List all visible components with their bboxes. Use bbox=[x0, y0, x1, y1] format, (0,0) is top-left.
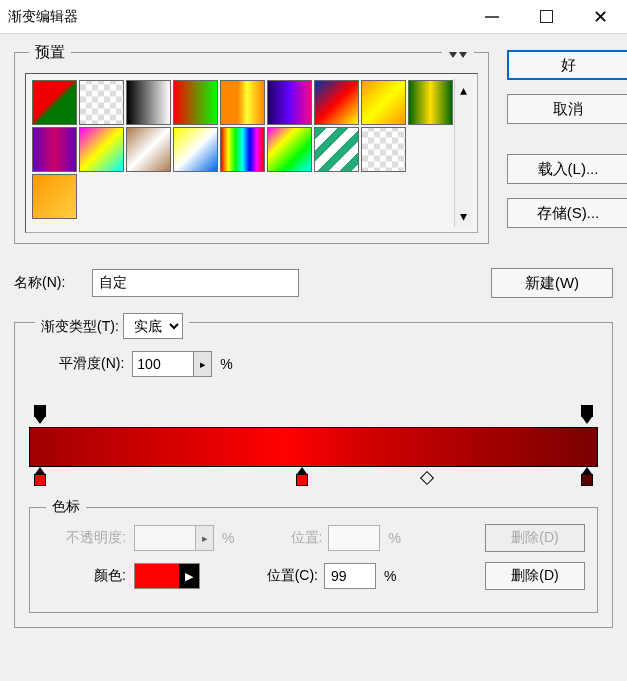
titlebar: 渐变编辑器 ✕ bbox=[0, 0, 627, 34]
preset-swatch[interactable] bbox=[79, 80, 124, 125]
percent-sign: % bbox=[222, 530, 234, 546]
smoothness-stepper[interactable]: ▸ bbox=[193, 352, 211, 376]
preset-swatch[interactable] bbox=[267, 80, 312, 125]
gradient-type-label: 渐变类型(T): bbox=[41, 318, 119, 334]
preset-swatch[interactable] bbox=[408, 80, 453, 125]
color-stop-selected[interactable] bbox=[579, 467, 595, 489]
color-label: 颜色: bbox=[42, 567, 126, 585]
preset-flyout-button[interactable] bbox=[442, 49, 474, 65]
preset-swatch[interactable] bbox=[314, 127, 359, 172]
percent-sign: % bbox=[220, 356, 232, 372]
scroll-down-button[interactable]: ▾ bbox=[455, 205, 472, 227]
preset-group: 预置 bbox=[14, 52, 489, 244]
smoothness-input[interactable] bbox=[133, 352, 193, 376]
opacity-label: 不透明度: bbox=[42, 529, 126, 547]
stops-legend: 色标 bbox=[46, 498, 86, 516]
opacity-pos-label: 位置: bbox=[274, 529, 322, 547]
preset-swatch[interactable] bbox=[32, 174, 77, 219]
name-label: 名称(N): bbox=[14, 274, 92, 292]
smoothness-label: 平滑度(N): bbox=[59, 355, 124, 373]
ok-button[interactable]: 好 bbox=[507, 50, 627, 80]
preset-list: ▴ ▾ bbox=[25, 73, 478, 233]
percent-sign: % bbox=[388, 530, 400, 546]
preset-swatch[interactable] bbox=[126, 80, 171, 125]
preset-swatch[interactable] bbox=[361, 127, 406, 172]
color-swatch-button[interactable]: ▶ bbox=[134, 563, 200, 589]
opacity-input bbox=[135, 526, 195, 550]
opacity-delete-button: 删除(D) bbox=[485, 524, 585, 552]
opacity-stop[interactable] bbox=[579, 405, 595, 427]
gradient-type-row: 渐变类型(T): 实底 bbox=[35, 313, 189, 339]
close-button[interactable]: ✕ bbox=[573, 0, 627, 34]
name-input[interactable] bbox=[92, 269, 299, 297]
preset-swatch[interactable] bbox=[314, 80, 359, 125]
color-stop[interactable] bbox=[32, 467, 48, 489]
preset-swatch[interactable] bbox=[267, 127, 312, 172]
smoothness-input-wrap: ▸ bbox=[132, 351, 212, 377]
color-pos-input[interactable] bbox=[324, 563, 376, 589]
opacity-stop[interactable] bbox=[32, 405, 48, 427]
opacity-pos-input bbox=[328, 525, 380, 551]
window-title: 渐变编辑器 bbox=[8, 8, 465, 26]
scroll-up-button[interactable]: ▴ bbox=[455, 79, 472, 101]
preset-scrollbar[interactable]: ▴ ▾ bbox=[454, 79, 472, 227]
preset-swatch[interactable] bbox=[32, 80, 77, 125]
color-pos-label: 位置(C): bbox=[248, 567, 318, 585]
gradient-group: 渐变类型(T): 实底 平滑度(N): ▸ % bbox=[14, 322, 613, 628]
midpoint-handle[interactable] bbox=[420, 471, 434, 485]
opacity-input-wrap: ▸ bbox=[134, 525, 214, 551]
color-stop[interactable] bbox=[294, 467, 310, 489]
color-swatch bbox=[135, 564, 179, 588]
preset-swatch[interactable] bbox=[32, 127, 77, 172]
opacity-stops-track[interactable] bbox=[29, 405, 598, 427]
preset-swatch[interactable] bbox=[220, 127, 265, 172]
new-button[interactable]: 新建(W) bbox=[491, 268, 613, 298]
preset-swatch[interactable] bbox=[173, 127, 218, 172]
preset-swatch[interactable] bbox=[361, 80, 406, 125]
preset-swatch[interactable] bbox=[79, 127, 124, 172]
preset-swatch[interactable] bbox=[126, 127, 171, 172]
stops-group: 色标 不透明度: ▸ % 位置: % 删除(D) 颜色: ▶ bbox=[29, 507, 598, 613]
opacity-stepper: ▸ bbox=[195, 526, 213, 550]
preset-legend: 预置 bbox=[29, 43, 71, 62]
load-button[interactable]: 载入(L)... bbox=[507, 154, 627, 184]
chevron-right-icon[interactable]: ▶ bbox=[179, 564, 199, 588]
color-delete-button[interactable]: 删除(D) bbox=[485, 562, 585, 590]
gradient-editor bbox=[29, 405, 598, 489]
minimize-button[interactable] bbox=[465, 0, 519, 34]
maximize-button[interactable] bbox=[519, 0, 573, 34]
preset-swatch[interactable] bbox=[220, 80, 265, 125]
percent-sign: % bbox=[384, 568, 396, 584]
color-stops-track[interactable] bbox=[29, 467, 598, 489]
cancel-button[interactable]: 取消 bbox=[507, 94, 627, 124]
preset-swatch[interactable] bbox=[173, 80, 218, 125]
save-button[interactable]: 存储(S)... bbox=[507, 198, 627, 228]
gradient-bar[interactable] bbox=[29, 427, 598, 467]
gradient-type-select[interactable]: 实底 bbox=[123, 313, 183, 339]
